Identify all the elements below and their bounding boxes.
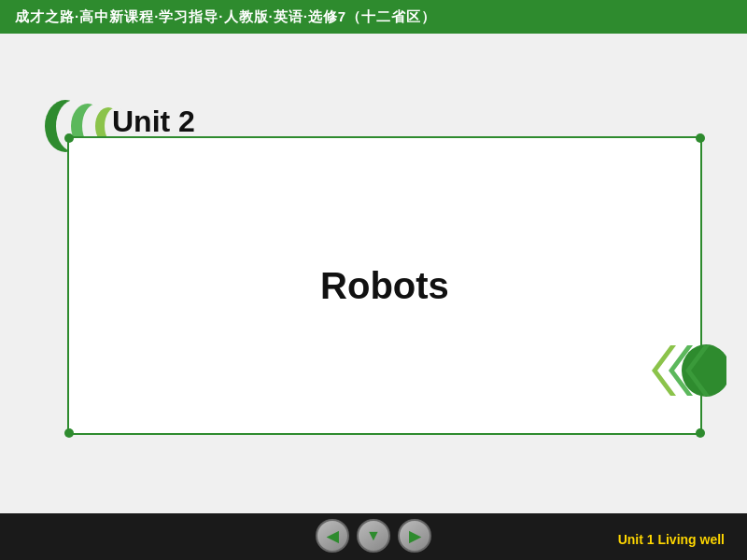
nav-down-button[interactable]: ▼ — [357, 519, 390, 553]
top-bar: 成才之路·高中新课程·学习指导·人教版·英语·选修7（十二省区） — [0, 0, 747, 34]
top-bar-title: 成才之路·高中新课程·学习指导·人教版·英语·选修7（十二省区） — [15, 8, 436, 26]
main-card: Robots — [67, 136, 702, 435]
unit-label-container: Unit 2 — [112, 105, 195, 139]
nav-down-icon: ▼ — [366, 527, 381, 544]
corner-dot-br — [696, 428, 705, 438]
nav-prev-button[interactable]: ◀ — [316, 519, 349, 553]
nav-buttons: ◀ ▼ ▶ — [316, 519, 431, 553]
right-decoration-icon — [642, 338, 726, 403]
bottom-bar: ◀ ▼ ▶ Unit 1 Living well — [0, 513, 747, 560]
corner-dot-tr — [696, 133, 705, 143]
main-content: Unit 2 Robots — [0, 34, 747, 513]
bottom-unit-nav-text: Unit 1 Living well — [618, 532, 725, 547]
nav-next-button[interactable]: ▶ — [398, 519, 431, 553]
nav-next-icon: ▶ — [409, 527, 420, 545]
unit-label: Unit 2 — [112, 105, 195, 139]
card-title: Robots — [320, 265, 449, 307]
corner-dot-tl — [64, 133, 74, 143]
corner-dot-bl — [64, 428, 74, 438]
nav-prev-icon: ◀ — [327, 527, 338, 545]
